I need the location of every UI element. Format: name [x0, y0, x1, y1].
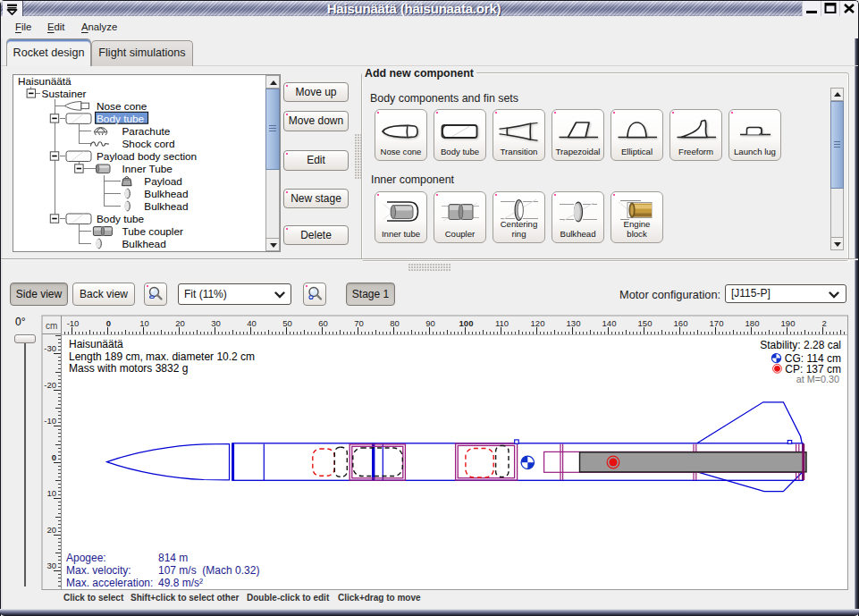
svg-text:100: 100: [459, 318, 474, 328]
svg-text:160: 160: [674, 318, 688, 328]
svg-text:30: 30: [211, 318, 221, 328]
svg-text:40: 40: [247, 318, 257, 328]
svg-text:-10: -10: [67, 318, 80, 328]
svg-text:0: 0: [52, 452, 56, 462]
svg-text:140: 140: [602, 318, 617, 328]
svg-text:150: 150: [638, 318, 653, 328]
svg-text:-10: -10: [44, 416, 56, 426]
svg-text:20: 20: [175, 318, 185, 328]
svg-text:-30: -30: [44, 343, 56, 353]
svg-text:80: 80: [390, 318, 400, 328]
svg-text:20: 20: [46, 525, 56, 535]
svg-text:2: 2: [822, 318, 827, 328]
svg-text:180: 180: [745, 318, 760, 328]
svg-text:50: 50: [282, 318, 292, 328]
svg-text:110: 110: [495, 318, 509, 328]
svg-text:90: 90: [425, 318, 435, 328]
svg-text:190: 190: [781, 318, 796, 328]
svg-text:170: 170: [710, 318, 724, 328]
svg-text:-20: -20: [44, 380, 56, 390]
svg-text:120: 120: [531, 318, 545, 328]
svg-text:60: 60: [318, 318, 328, 328]
svg-text:10: 10: [46, 488, 56, 498]
svg-text:0: 0: [106, 318, 111, 328]
svg-text:30: 30: [46, 561, 56, 570]
svg-text:10: 10: [139, 318, 149, 328]
svg-text:70: 70: [354, 318, 364, 328]
svg-text:130: 130: [567, 318, 581, 328]
